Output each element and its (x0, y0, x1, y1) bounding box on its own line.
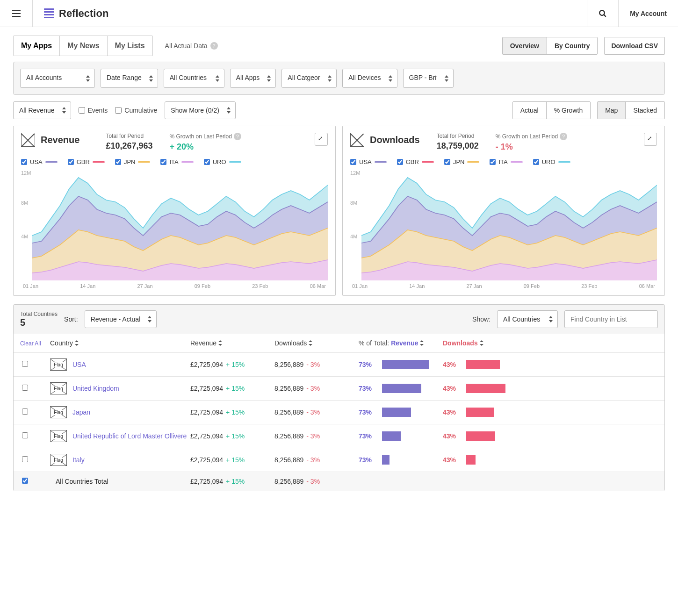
tab-my-lists[interactable]: My Lists (108, 36, 152, 56)
events-check-input[interactable] (79, 107, 85, 114)
show-more-select[interactable]: Show More (0/2) (165, 101, 235, 119)
chart-placeholder-icon (350, 133, 364, 147)
sort-icon (309, 340, 312, 346)
apps-select[interactable]: All Apps (230, 69, 276, 88)
rev-bar (382, 360, 429, 369)
downloads-delta: - 3% (306, 456, 320, 464)
events-checkbox[interactable]: Events (79, 107, 108, 114)
main-tabs: My Apps My News My Lists (13, 36, 153, 56)
legend-jpn[interactable]: JPN (115, 158, 151, 165)
country-link[interactable]: USA (72, 361, 86, 368)
rev-pct: 73% (359, 385, 377, 392)
chart-x-ticks: 01 Jan 14 Jan 27 Jan 09 Feb 23 Feb 06 Ma… (350, 283, 657, 289)
country-header[interactable]: Country (50, 339, 190, 347)
row-checkbox[interactable] (22, 361, 28, 367)
search-button[interactable] (587, 0, 618, 27)
legend-uro[interactable]: URO (533, 158, 570, 165)
country-link[interactable]: Japan (72, 408, 90, 416)
legend-uro[interactable]: URO (204, 158, 241, 165)
download-csv-button[interactable]: Download CSV (604, 37, 665, 55)
dl-pct: 43% (443, 361, 462, 368)
menu-icon[interactable] (12, 10, 21, 17)
cumulative-check-input[interactable] (115, 107, 122, 114)
tab-my-apps[interactable]: My Apps (14, 36, 60, 56)
dl-bar (466, 360, 500, 369)
table-row: FlagJapan £2,725,094+ 15% 8,256,889- 3% … (14, 400, 664, 424)
cumulative-checkbox[interactable]: Cumulative (115, 107, 157, 114)
country-search-input[interactable]: Find Country in List (564, 310, 658, 328)
overview-toggle[interactable]: Overview (503, 37, 547, 54)
expand-button[interactable] (644, 133, 657, 146)
help-icon[interactable]: ? (560, 133, 567, 140)
legend-usa[interactable]: USA (21, 158, 58, 165)
revenue-value: £2,725,094 (190, 361, 223, 368)
map-toggle[interactable]: Map (598, 102, 626, 119)
revenue-value: £2,725,094 (190, 385, 223, 392)
sort-icon (218, 340, 222, 346)
downloads-delta: - 3% (306, 361, 320, 368)
chevron-sort-icon (216, 75, 219, 82)
tab-my-news[interactable]: My News (60, 36, 107, 56)
categories-select[interactable]: All Catgeories (281, 69, 337, 88)
legend-jpn[interactable]: JPN (444, 158, 480, 165)
actual-toggle[interactable]: Actual (513, 102, 547, 119)
country-table: Clear All Country Revenue Downloads % of… (13, 334, 665, 491)
help-icon[interactable]: ? (210, 42, 218, 50)
legend-ita[interactable]: ITA (160, 158, 193, 165)
country-link[interactable]: United Kingdom (72, 385, 119, 392)
row-checkbox[interactable] (22, 456, 28, 462)
rev-bar (382, 455, 389, 465)
expand-button[interactable] (315, 133, 328, 146)
search-icon (599, 9, 607, 18)
clear-all-link[interactable]: Clear All (17, 340, 50, 347)
chevron-sort-icon (445, 75, 448, 82)
rev-pct: 73% (359, 432, 377, 440)
countries-select[interactable]: All Countries (164, 69, 224, 88)
revenue-delta: + 15% (226, 385, 245, 392)
chart-row: Revenue Total for Period £10,267,963 % G… (13, 126, 665, 296)
table-row: FlagUnited Republic of Lord Master Olliv… (14, 424, 664, 448)
legend-ita[interactable]: ITA (490, 158, 522, 165)
legend-gbr[interactable]: GBR (68, 158, 105, 165)
row-checkbox[interactable] (22, 385, 28, 391)
row-checkbox[interactable] (22, 408, 28, 415)
devices-select[interactable]: All Devices (342, 69, 397, 88)
chevron-sort-icon (328, 75, 332, 82)
growth-toggle[interactable]: % Growth (547, 102, 590, 119)
expand-icon (318, 136, 325, 143)
chevron-sort-icon (148, 316, 151, 322)
accounts-select[interactable]: All Accounts (20, 69, 95, 88)
country-link[interactable]: United Republic of Lord Master Ollivere (72, 432, 187, 440)
help-icon[interactable]: ? (234, 133, 241, 140)
date-range-select[interactable]: Date Range (101, 69, 158, 88)
table-row: FlagUSA £2,725,094+ 15% 8,256,889- 3% 73… (14, 352, 664, 376)
country-link[interactable]: Italy (72, 456, 85, 464)
legend-usa[interactable]: USA (350, 158, 387, 165)
sort-select[interactable]: Revenue - Actual (85, 310, 157, 328)
stacked-toggle[interactable]: Stacked (626, 102, 664, 119)
brand: Reflection (33, 7, 108, 20)
account-link[interactable]: My Account (618, 0, 678, 27)
brand-icon (44, 8, 54, 19)
downloads-header[interactable]: Downloads (274, 339, 359, 347)
rev-bar (382, 384, 421, 393)
revenue-value: £2,725,094 (190, 408, 223, 416)
currency-select[interactable]: GBP - British (403, 69, 454, 88)
right-actions: Overview By Country Download CSV (502, 37, 665, 55)
pct-downloads-header[interactable]: Downloads (443, 339, 527, 347)
view-toggle: Overview By Country (502, 37, 598, 55)
downloads-value: 8,256,889 (274, 361, 303, 368)
by-country-toggle[interactable]: By Country (547, 37, 597, 54)
row-checkbox[interactable] (22, 478, 28, 484)
revenue-delta: + 15% (226, 432, 245, 440)
chart-title: Downloads (370, 135, 420, 145)
flag-icon: Flag (50, 406, 67, 418)
row-checkbox[interactable] (22, 432, 28, 438)
table-row: FlagUnited Kingdom £2,725,094+ 15% 8,256… (14, 376, 664, 400)
pct-revenue-header[interactable]: % of Total: Revenue (359, 339, 443, 347)
revenue-select[interactable]: All Revenue (13, 101, 71, 119)
chevron-sort-icon (62, 107, 66, 114)
revenue-header[interactable]: Revenue (190, 339, 274, 347)
show-countries-select[interactable]: All Countries (497, 310, 558, 328)
legend-gbr[interactable]: GBR (397, 158, 434, 165)
